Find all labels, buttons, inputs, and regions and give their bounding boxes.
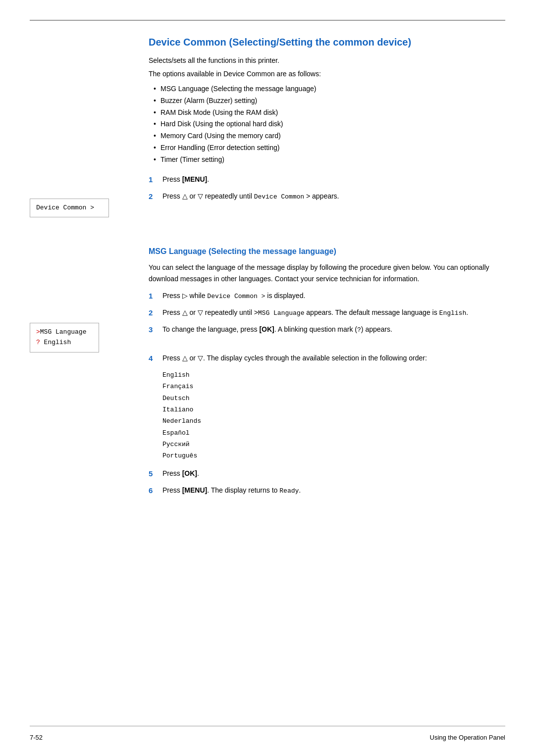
- step-text: Press ▷ while Device Common > is display…: [162, 290, 305, 302]
- code-msg-lang: MSG Language: [258, 309, 305, 317]
- question-indicator: ?: [36, 339, 40, 346]
- section1-steps-area: Device Common > 1 Press [MENU]. 2 Press …: [30, 174, 505, 218]
- section1-step2: 2 Press △ or ▽ repeatedly until Device C…: [149, 191, 505, 202]
- footer-section: Using the Operation Panel: [430, 734, 505, 741]
- code-question: ?: [357, 326, 361, 334]
- section1-steps-left: Device Common >: [30, 174, 139, 218]
- language-item: Español: [162, 427, 505, 439]
- step-number: 4: [149, 353, 158, 364]
- section2-step3: 3 To change the language, press [OK]. A …: [149, 324, 505, 336]
- section2-step4-area: 4 Press △ or ▽. The display cycles throu…: [30, 353, 505, 502]
- ok-bold: [OK]: [182, 469, 197, 477]
- bullet-item: Hard Disk (Using the optional hard disk): [154, 118, 505, 130]
- bullet-item: RAM Disk Mode (Using the RAM disk): [154, 107, 505, 119]
- step-text: Press △ or ▽ repeatedly until Device Com…: [162, 191, 339, 202]
- section2-content: MSG Language (Selecting the message lang…: [30, 232, 505, 290]
- section1-intro2: The options available in Device Common a…: [149, 69, 505, 79]
- arrow-indicator: >: [36, 328, 40, 336]
- bullet-item: Timer (Timer setting): [154, 154, 505, 166]
- section2-steps-left: >MSG Language ? English: [30, 290, 139, 353]
- bottom-rule: [30, 726, 505, 726]
- section1-bullets: MSG Language (Selecting the message lang…: [149, 83, 505, 166]
- section1-steps-right: 1 Press [MENU]. 2 Press △ or ▽ repeatedl…: [139, 174, 505, 218]
- step-number: 5: [149, 468, 158, 480]
- page-container: Device Common (Selecting/Setting the com…: [0, 0, 535, 756]
- section1-intro1: Selects/sets all the functions in this p…: [149, 55, 505, 66]
- step-text: Press [OK].: [162, 468, 199, 480]
- ok-bold: [OK]: [259, 325, 274, 333]
- step-number: 2: [149, 307, 158, 319]
- section2-step6: 6 Press [MENU]. The display returns to R…: [149, 485, 505, 497]
- section2-step4-left: [30, 353, 139, 502]
- section2-wrapper: MSG Language (Selecting the message lang…: [30, 232, 505, 502]
- section2-step2: 2 Press △ or ▽ repeatedly until >MSG Lan…: [149, 307, 505, 319]
- top-rule: [30, 20, 505, 21]
- step-number: 1: [149, 174, 158, 186]
- language-list: English Français Deutsch Italiano Nederl…: [162, 369, 505, 462]
- language-list-container: English Français Deutsch Italiano Nederl…: [149, 369, 505, 462]
- language-item: Deutsch: [162, 393, 505, 404]
- menu-bold: [MENU]: [182, 175, 208, 183]
- section2-right: MSG Language (Selecting the message lang…: [139, 232, 505, 290]
- section1-display-box: Device Common >: [30, 199, 109, 218]
- bullet-item: MSG Language (Selecting the message lang…: [154, 83, 505, 95]
- step-text: Press [MENU].: [162, 174, 209, 186]
- section2-steps12: >MSG Language ? English 1 Press ▷ while …: [30, 290, 505, 353]
- section1-title: Device Common (Selecting/Setting the com…: [149, 36, 505, 49]
- footer-page: 7-52: [30, 734, 43, 741]
- section2-step5: 5 Press [OK].: [149, 468, 505, 480]
- language-item: Français: [162, 381, 505, 392]
- step-text: Press △ or ▽. The display cycles through…: [162, 353, 427, 364]
- code-device-common: Device Common: [254, 193, 304, 201]
- step-number: 1: [149, 290, 158, 302]
- language-item: Português: [162, 450, 505, 461]
- section2-title: MSG Language (Selecting the message lang…: [149, 247, 505, 256]
- step-text: Press [MENU]. The display returns to Rea…: [162, 485, 301, 497]
- bullet-item: Error Handling (Error detection setting): [154, 142, 505, 154]
- bullet-item: Memory Card (Using the memory card): [154, 130, 505, 142]
- section2-left: [30, 232, 139, 290]
- step-number: 2: [149, 191, 158, 202]
- language-item: Nederlands: [162, 415, 505, 427]
- language-item: Русский: [162, 439, 505, 450]
- step-number: 6: [149, 485, 158, 497]
- section1-right: Device Common (Selecting/Setting the com…: [139, 36, 505, 174]
- step-number: 3: [149, 324, 158, 336]
- section2-step4: 4 Press △ or ▽. The display cycles throu…: [149, 353, 505, 364]
- bullet-item: Buzzer (Alarm (Buzzer) setting): [154, 95, 505, 107]
- section2-display-box: >MSG Language ? English: [30, 323, 99, 353]
- section2-intro: You can select the language of the messa…: [149, 262, 505, 284]
- section1-left: [30, 36, 139, 174]
- section1-content: Device Common (Selecting/Setting the com…: [30, 36, 505, 174]
- section2-step1: 1 Press ▷ while Device Common > is displ…: [149, 290, 505, 302]
- language-item: Italiano: [162, 404, 505, 415]
- step-text: Press △ or ▽ repeatedly until >MSG Langu…: [162, 307, 468, 319]
- section2-step4-right: 4 Press △ or ▽. The display cycles throu…: [139, 353, 505, 502]
- code-device-common: Device Common >: [207, 293, 265, 300]
- code-english: English: [439, 309, 467, 317]
- step-text: To change the language, press [OK]. A bl…: [162, 324, 392, 336]
- section2-steps-right: 1 Press ▷ while Device Common > is displ…: [139, 290, 505, 353]
- code-ready: Ready: [279, 487, 299, 495]
- menu-bold: [MENU]: [182, 486, 208, 494]
- footer: 7-52 Using the Operation Panel: [30, 734, 505, 741]
- section1-step1: 1 Press [MENU].: [149, 174, 505, 186]
- language-item: English: [162, 369, 505, 381]
